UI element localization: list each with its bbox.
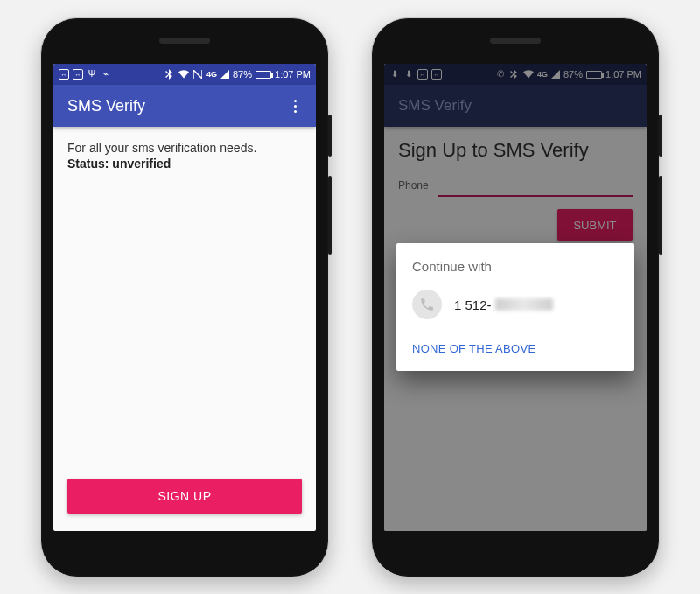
phone-option-number: 1 512- (454, 297, 553, 312)
phone-device-frame-left: ↔ ↔ Ψ ⌁ 4G 87% (40, 17, 329, 577)
volume-rocker (328, 176, 332, 255)
battery-percent: 87% (233, 69, 252, 80)
notification-icon: ↔ (73, 69, 83, 80)
statusbar-clock: 1:07 PM (275, 69, 311, 80)
none-of-the-above-button[interactable]: NONE OF THE ABOVE (412, 337, 619, 360)
sign-up-button-label: SIGN UP (158, 489, 211, 503)
phone-prefix: 1 512- (454, 297, 492, 312)
power-button (328, 115, 332, 157)
none-of-the-above-label: NONE OF THE ABOVE (412, 342, 536, 355)
android-statusbar: ↔ ↔ Ψ ⌁ 4G 87% (53, 64, 316, 85)
main-content: For all your sms verification needs. Sta… (53, 127, 316, 531)
volume-rocker (659, 176, 662, 255)
dialog-title: Continue with (412, 259, 619, 274)
notification-icon: ↔ (59, 69, 69, 80)
wifi-icon (178, 69, 189, 80)
tagline-text: For all your sms verification needs. (67, 141, 302, 155)
app-title: SMS Verify (67, 97, 145, 115)
bluetooth-icon (164, 69, 175, 80)
screen-left: ↔ ↔ Ψ ⌁ 4G 87% (53, 64, 316, 531)
phone-option[interactable]: 1 512- (412, 290, 619, 319)
battery-icon (256, 71, 271, 79)
phone-icon (412, 290, 442, 319)
overflow-menu-icon[interactable] (288, 96, 302, 116)
sign-up-button[interactable]: SIGN UP (67, 479, 302, 514)
power-button (659, 115, 662, 157)
phone-device-frame-right: ⬇ ⬇ ↔ ↔ ✆ 4G 87% 1:0 (371, 17, 660, 577)
phone-picker-dialog: Continue with 1 512- NONE OF THE ABOVE (396, 243, 634, 371)
app-bar: SMS Verify (53, 85, 316, 127)
status-line: Status: unverified (67, 157, 302, 171)
screen-right: ⬇ ⬇ ↔ ↔ ✆ 4G 87% 1:0 (384, 64, 647, 531)
phone-redacted-suffix (495, 298, 553, 311)
nfc-icon (192, 69, 203, 80)
usb-icon: Ψ (87, 69, 97, 80)
bug-icon: ⌁ (101, 69, 111, 80)
cellular-signal-icon (220, 70, 229, 79)
network-4g-icon: 4G (206, 70, 217, 79)
